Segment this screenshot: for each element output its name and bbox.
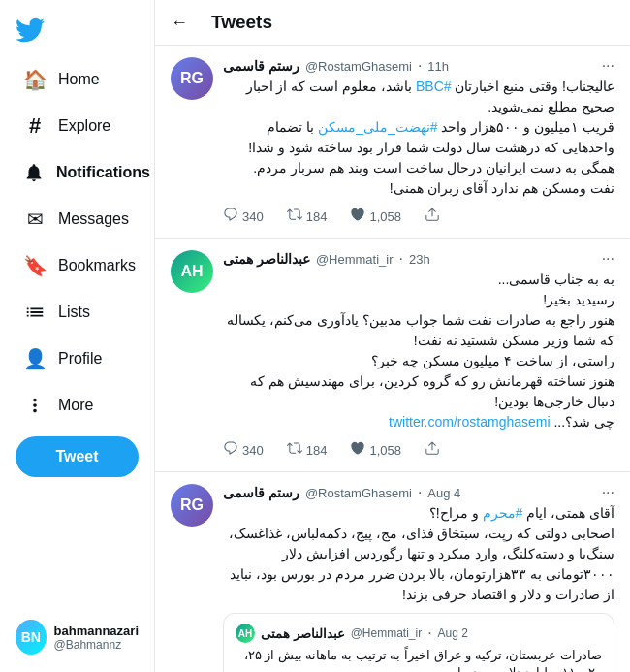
tweet-user-handle: @Hemmati_ir — [316, 252, 394, 267]
sidebar-item-home[interactable]: 🏠 Home — [8, 58, 146, 101]
page-header: ← Tweets — [155, 0, 630, 46]
retweet-count: 184 — [306, 209, 328, 224]
nested-avatar: AH — [236, 624, 255, 643]
nested-tweet-text: صادرات عربستان، ترکیه و عراق اخیراً به ت… — [236, 647, 602, 672]
home-icon: 🏠 — [23, 68, 47, 91]
tweet-more-button[interactable]: ··· — [602, 57, 614, 75]
page-title: Tweets — [211, 12, 272, 33]
sidebar-item-messages-label: Messages — [58, 210, 129, 228]
person-icon: 👤 — [23, 347, 47, 370]
tweet-user-handle: @RostamGhasemi — [305, 59, 412, 74]
reply-action[interactable]: 340 — [223, 207, 264, 226]
sidebar-item-profile-label: Profile — [58, 350, 102, 368]
tweet-user-name: عبدالناصر همتی — [223, 251, 310, 267]
tweet-actions: 340 184 1,058 — [223, 207, 614, 226]
tweet-body: رستم قاسمی @RostamGhasemi · Aug 4 ··· آق… — [223, 484, 614, 672]
tweet-text: به به جناب قاسمی... رسیدید بخیر! هنور را… — [223, 270, 614, 432]
tweet-user-info: عبدالناصر همتی @Hemmati_ir · 23h — [223, 250, 430, 268]
tweet-header: رستم قاسمی @RostamGhasemi · Aug 4 ··· — [223, 484, 614, 501]
list-icon — [23, 301, 47, 324]
tweet-header: عبدالناصر همتی @Hemmati_ir · 23h ··· — [223, 250, 614, 268]
back-button[interactable]: ← — [171, 13, 188, 33]
sidebar-navigation: 🏠 Home # Explore Notifications ✉ Message… — [0, 56, 154, 610]
twitter-logo-icon — [16, 16, 45, 45]
more-icon — [23, 394, 47, 417]
sidebar-item-explore-label: Explore — [58, 117, 110, 135]
tweet-body: عبدالناصر همتی @Hemmati_ir · 23h ··· به … — [223, 250, 614, 460]
nested-tweet-handle: @Hemmati_ir — [351, 626, 423, 640]
tweet-text: آقای همتی، ایام #محرم و مراح!؟ اصحابی دو… — [223, 503, 614, 605]
tweet-more-button[interactable]: ··· — [602, 250, 614, 268]
like-action[interactable]: 1,058 — [350, 440, 401, 460]
reply-count: 340 — [242, 209, 264, 224]
tweet-time: 11h — [427, 59, 449, 74]
sidebar-item-notifications[interactable]: Notifications — [8, 151, 146, 194]
retweet-action[interactable]: 184 — [287, 207, 328, 226]
tweet-user-name: رستم قاسمی — [223, 58, 299, 74]
tweet-body: رستم قاسمی @RostamGhasemi · 11h ··· عالی… — [223, 57, 614, 226]
tweets-feed: RG رستم قاسمی @RostamGhasemi · 11h ··· ع… — [155, 46, 630, 672]
like-count: 1,058 — [369, 209, 401, 224]
sidebar-item-bookmarks[interactable]: 🔖 Bookmarks — [8, 244, 146, 287]
nested-tweet-name: عبدالناصر همتی — [261, 626, 345, 641]
sidebar-user[interactable]: BN bahmannazari @Bahmannz — [0, 610, 154, 664]
sidebar-user-name: bahmannazari — [54, 624, 139, 638]
tweet-time: 23h — [409, 252, 430, 267]
retweet-count: 184 — [306, 443, 328, 458]
reply-count: 340 — [242, 443, 264, 458]
nested-tweet-header: AH عبدالناصر همتی @Hemmati_ir · Aug 2 — [236, 624, 602, 643]
tweet-avatar[interactable]: RG — [171, 484, 213, 527]
reply-action[interactable]: 340 — [223, 440, 264, 460]
tweet-more-button[interactable]: ··· — [602, 484, 614, 501]
tweet-user-info: رستم قاسمی @RostamGhasemi · Aug 4 — [223, 484, 460, 501]
share-action[interactable] — [425, 207, 440, 226]
sidebar-user-avatar: BN — [16, 620, 47, 655]
retweet-icon — [287, 440, 302, 460]
bell-icon — [23, 161, 45, 184]
tweet-actions: 340 184 1,058 — [223, 440, 614, 460]
tweet-user-info: رستم قاسمی @RostamGhasemi · 11h — [223, 57, 449, 75]
tweet-item: AH عبدالناصر همتی @Hemmati_ir · 23h ··· … — [155, 239, 630, 472]
retweet-action[interactable]: 184 — [287, 440, 328, 460]
like-action[interactable]: 1,058 — [350, 207, 401, 226]
tweet-user-name: رستم قاسمی — [223, 485, 299, 500]
sidebar-item-messages[interactable]: ✉ Messages — [8, 198, 146, 240]
sidebar-item-home-label: Home — [58, 71, 100, 88]
bookmark-icon: 🔖 — [23, 254, 47, 277]
share-icon — [425, 440, 440, 460]
sidebar-item-bookmarks-label: Bookmarks — [58, 257, 136, 274]
sidebar-item-more[interactable]: More — [8, 384, 146, 427]
nested-tweet-time: Aug 2 — [438, 626, 468, 640]
nested-tweet: AH عبدالناصر همتی @Hemmati_ir · Aug 2 صا… — [223, 613, 614, 672]
reply-icon — [223, 440, 238, 460]
sidebar: 🏠 Home # Explore Notifications ✉ Message… — [0, 0, 155, 672]
tweet-text: عالیجناب! وقتی منبع اخبارتان #BBC باشد، … — [223, 77, 614, 199]
tweet-header: رستم قاسمی @RostamGhasemi · 11h ··· — [223, 57, 614, 75]
sidebar-item-lists[interactable]: Lists — [8, 291, 146, 334]
heart-icon — [350, 440, 365, 460]
sidebar-item-explore[interactable]: # Explore — [8, 105, 146, 147]
tweet-item: RG رستم قاسمی @RostamGhasemi · Aug 4 ···… — [155, 472, 630, 672]
sidebar-item-more-label: More — [58, 397, 93, 414]
share-action[interactable] — [425, 440, 440, 460]
retweet-icon — [287, 207, 302, 226]
tweet-time: Aug 4 — [427, 486, 460, 500]
sidebar-user-info: bahmannazari @Bahmannz — [54, 624, 139, 652]
tweet-user-handle: @RostamGhasemi — [305, 486, 412, 500]
tweet-avatar[interactable]: AH — [171, 250, 213, 293]
share-icon — [425, 207, 440, 226]
sidebar-item-notifications-label: Notifications — [56, 164, 150, 181]
heart-icon — [350, 207, 365, 226]
main-content: ← Tweets RG رستم قاسمی @RostamGhasemi · … — [155, 0, 630, 672]
mail-icon: ✉ — [23, 208, 47, 231]
sidebar-item-lists-label: Lists — [58, 304, 90, 321]
explore-icon: # — [23, 114, 47, 138]
sidebar-logo — [0, 8, 154, 56]
sidebar-item-profile[interactable]: 👤 Profile — [8, 337, 146, 380]
like-count: 1,058 — [369, 443, 401, 458]
reply-icon — [223, 207, 238, 226]
tweet-item: RG رستم قاسمی @RostamGhasemi · 11h ··· ع… — [155, 46, 630, 239]
tweet-button[interactable]: Tweet — [16, 436, 139, 477]
tweet-avatar[interactable]: RG — [171, 57, 213, 100]
sidebar-user-handle: @Bahmannz — [54, 638, 139, 652]
